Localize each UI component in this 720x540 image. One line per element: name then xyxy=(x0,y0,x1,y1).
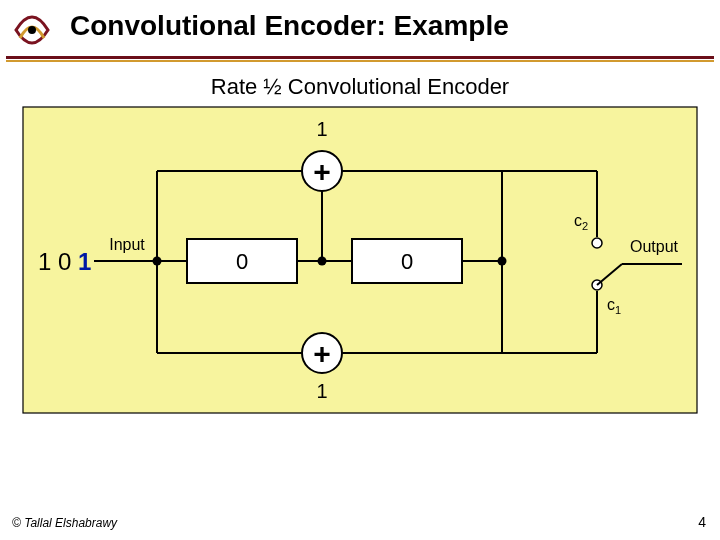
page-number: 4 xyxy=(698,514,706,530)
adder-bottom-symbol: + xyxy=(313,337,331,370)
footer-copyright: © Tallal Elshabrawy xyxy=(12,516,117,530)
adder-bottom-value: 1 xyxy=(316,380,327,402)
input-label: Input xyxy=(109,236,145,253)
logo-icon xyxy=(10,8,54,52)
page-title: Convolutional Encoder: Example xyxy=(70,10,509,42)
page-subtitle: Rate ½ Convolutional Encoder xyxy=(0,74,720,100)
register-0-value: 0 xyxy=(236,249,248,274)
shift-register-0: 0 xyxy=(187,239,297,283)
slide-logo xyxy=(10,8,54,52)
switch-terminal-c2 xyxy=(592,238,602,248)
svg-point-1 xyxy=(28,26,36,34)
shift-register-1: 0 xyxy=(352,239,462,283)
input-bit-2-current: 1 xyxy=(78,248,91,275)
output-label: Output xyxy=(630,238,679,255)
register-1-value: 0 xyxy=(401,249,413,274)
title-rule-gold xyxy=(6,60,714,62)
adder-top-value: 1 xyxy=(316,118,327,140)
input-bit-1: 0 xyxy=(58,248,71,275)
title-rule-dark xyxy=(6,56,714,59)
input-bit-0: 1 xyxy=(38,248,51,275)
adder-top-symbol: + xyxy=(313,155,331,188)
slide: Convolutional Encoder: Example Rate ½ Co… xyxy=(0,0,720,540)
encoder-diagram: 0 0 + 1 xyxy=(22,106,698,414)
